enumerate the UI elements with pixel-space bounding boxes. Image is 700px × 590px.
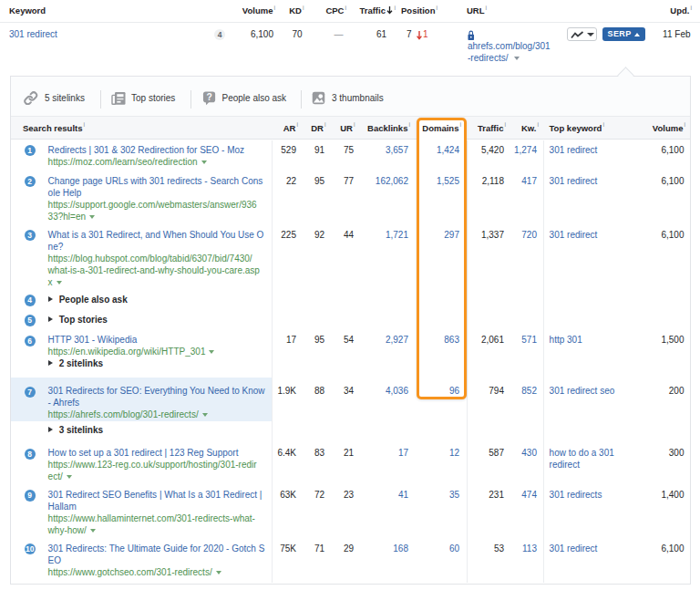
svg-text:?: ? [206,91,211,101]
